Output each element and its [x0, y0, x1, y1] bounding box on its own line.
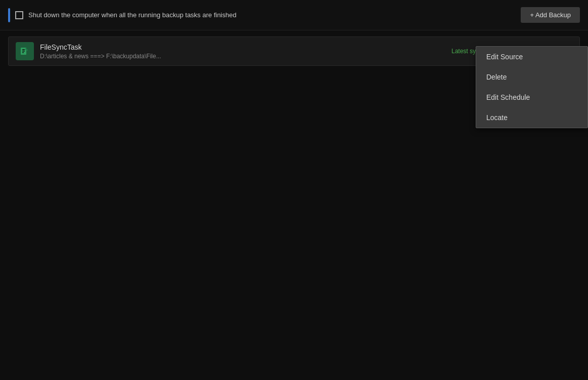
svg-rect-1 [22, 49, 25, 50]
task-path: D:\articles & news ===> F:\backupdata\Fi… [40, 53, 451, 60]
task-name: FileSyncTask [40, 43, 451, 51]
svg-rect-3 [22, 52, 24, 53]
svg-rect-2 [22, 51, 25, 52]
shutdown-label: Shut down the computer when all the runn… [28, 11, 236, 19]
context-menu-item-delete[interactable]: Delete [476, 67, 587, 87]
context-menu: Edit Source Delete Edit Schedule Locate [476, 46, 588, 128]
context-menu-item-locate[interactable]: Locate [476, 107, 587, 128]
context-menu-item-edit-source[interactable]: Edit Source [476, 47, 587, 67]
top-bar: Shut down the computer when all the runn… [0, 0, 588, 30]
top-bar-left: Shut down the computer when all the runn… [8, 8, 236, 22]
blue-indicator [8, 8, 10, 22]
task-icon [16, 42, 34, 60]
task-info: FileSyncTask D:\articles & news ===> F:\… [40, 43, 451, 60]
shutdown-checkbox[interactable] [15, 11, 23, 19]
add-backup-button[interactable]: + Add Backup [521, 7, 580, 23]
context-menu-item-edit-schedule[interactable]: Edit Schedule [476, 87, 587, 107]
